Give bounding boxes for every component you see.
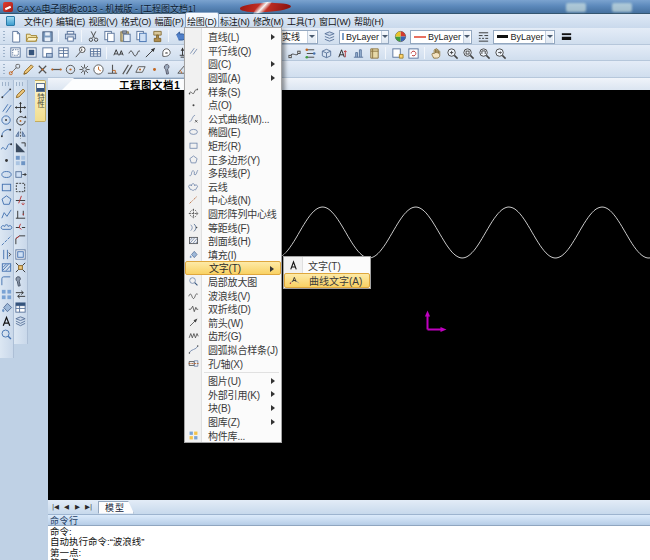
- mod-trim-button[interactable]: [14, 194, 27, 207]
- wave-tool-button[interactable]: [126, 45, 142, 60]
- close-button[interactable]: [612, 3, 632, 12]
- snap-flower-button[interactable]: [77, 62, 91, 77]
- zoom-window-button[interactable]: [460, 46, 476, 61]
- menu-item[interactable]: 双折线(D): [185, 302, 281, 316]
- menu-item[interactable]: 直线(L): [185, 30, 281, 44]
- menu-item[interactable]: 箭头(W): [185, 315, 281, 329]
- new-file-button[interactable]: [7, 29, 23, 44]
- menu-item[interactable]: 构件库...: [185, 428, 281, 442]
- draw-spline-button[interactable]: [0, 141, 13, 154]
- draw-arc-button[interactable]: [0, 127, 13, 140]
- draw-parallel-button[interactable]: [0, 100, 13, 113]
- command-line-history[interactable]: 命令:自动执行命令:“波浪线”第一点:第二点:: [48, 526, 650, 560]
- mod-explode-button[interactable]: [14, 261, 27, 274]
- mod-swap-button[interactable]: [14, 288, 27, 301]
- menu-item[interactable]: 云线: [185, 180, 281, 194]
- menu-item[interactable]: 样条(S): [185, 84, 281, 98]
- sheet-setup-button[interactable]: [7, 45, 23, 60]
- menu-item[interactable]: 圆(C): [185, 57, 281, 71]
- menu-item[interactable]: 填充(I): [185, 248, 281, 262]
- color-dropdown-arrow[interactable]: [381, 31, 388, 43]
- prev-sheet-button[interactable]: ◀: [61, 502, 72, 513]
- model-sheet-tab[interactable]: 模型: [98, 501, 134, 514]
- draw-fill-button[interactable]: [0, 301, 13, 314]
- drawing-canvas[interactable]: [48, 90, 650, 500]
- linetype-manager-button[interactable]: [475, 29, 491, 44]
- menu-item[interactable]: 圆弧(A): [185, 71, 281, 85]
- menu-item[interactable]: 孔/轴(X): [185, 356, 281, 370]
- draw-polygon-button[interactable]: [0, 194, 13, 207]
- menu-item[interactable]: 点(O): [185, 98, 281, 112]
- paste-special-button[interactable]: [133, 29, 149, 44]
- menu-item[interactable]: 图库(Z): [185, 415, 281, 429]
- linestyle-dropdown-arrow[interactable]: [307, 31, 316, 43]
- draw-offset-button[interactable]: [0, 248, 13, 261]
- snap-plane-button[interactable]: [133, 62, 147, 77]
- menu-item[interactable]: 齿形(G): [185, 329, 281, 343]
- draw-polyline-button[interactable]: [0, 208, 13, 221]
- menu-item[interactable]: 正多边形(Y): [185, 152, 281, 166]
- copy-button[interactable]: [101, 29, 117, 44]
- level-tool-button[interactable]: [350, 46, 366, 61]
- menu-item[interactable]: 剖面线(H): [185, 234, 281, 248]
- serial-number-button[interactable]: [71, 45, 87, 60]
- toolbar-grip[interactable]: [16, 82, 25, 86]
- submenu-item[interactable]: 文字(T): [284, 258, 370, 273]
- snap-parallel-button[interactable]: [119, 62, 133, 77]
- leader-arrow-button[interactable]: [142, 45, 158, 60]
- draw-point-button[interactable]: [0, 154, 13, 167]
- color-combo[interactable]: ByLayer: [339, 30, 389, 44]
- menu-item[interactable]: 多段线(P): [185, 166, 281, 180]
- snap-link-button[interactable]: [7, 62, 21, 77]
- cut-button[interactable]: [85, 29, 101, 44]
- submenu-item[interactable]: 曲线文字(A): [284, 273, 370, 288]
- mod-box-button[interactable]: [14, 181, 27, 194]
- mod-array-button[interactable]: [14, 154, 27, 167]
- pan-hand-button[interactable]: [428, 46, 444, 61]
- menu-item[interactable]: 外部引用(K): [185, 387, 281, 401]
- linewidth-combo[interactable]: ByLayer: [493, 30, 555, 44]
- mod-chamfer-button[interactable]: [14, 234, 27, 247]
- draw-rectangle-button[interactable]: [0, 181, 13, 194]
- draw-hatch-button[interactable]: [0, 261, 13, 274]
- snap-cross-button[interactable]: [35, 62, 49, 77]
- snap-pen-button[interactable]: [21, 62, 35, 77]
- menu-item[interactable]: 公式曲线(M)...: [185, 112, 281, 126]
- paste-button[interactable]: [117, 29, 133, 44]
- block-3d-button[interactable]: [318, 46, 334, 61]
- save-button[interactable]: [39, 29, 55, 44]
- mod-pencil-button[interactable]: [14, 87, 27, 100]
- snap-perpendicular-button[interactable]: [105, 62, 119, 77]
- node-edit-button[interactable]: [286, 46, 302, 61]
- mod-props-button[interactable]: [14, 301, 27, 314]
- zoom-in-button[interactable]: [444, 46, 460, 61]
- menu-item[interactable]: 圆弧拟合样条(J): [185, 343, 281, 357]
- draw-detail-button[interactable]: [0, 328, 13, 341]
- param-table-button[interactable]: [55, 45, 71, 60]
- text-annotation-button[interactable]: [110, 45, 126, 60]
- line-width-button[interactable]: [558, 29, 574, 44]
- draw-grid-button[interactable]: [0, 288, 13, 301]
- command-line-header[interactable]: 命令行: [48, 514, 650, 526]
- draw-text-button[interactable]: [0, 315, 13, 328]
- minimize-button[interactable]: [566, 3, 586, 12]
- mod-move-button[interactable]: [14, 100, 27, 113]
- menu-item[interactable]: 局部放大图: [185, 275, 281, 289]
- snap-line-button[interactable]: [49, 62, 63, 77]
- mod-scale-button[interactable]: [14, 141, 27, 154]
- refresh-view-button[interactable]: [405, 46, 421, 61]
- mod-extend-button[interactable]: [14, 208, 27, 221]
- style-manager-button[interactable]: [302, 46, 318, 61]
- bom-table-button[interactable]: [87, 45, 103, 60]
- mod-mirror-button[interactable]: [14, 127, 27, 140]
- menu-item[interactable]: 矩形(R): [185, 139, 281, 153]
- open-folder-button[interactable]: [23, 29, 39, 44]
- menu-item[interactable]: 中心线(N): [185, 193, 281, 207]
- text-style-button[interactable]: [334, 46, 350, 61]
- mod-stretch-button[interactable]: [14, 167, 27, 180]
- print-button[interactable]: [62, 29, 78, 44]
- snap-clock-button[interactable]: [91, 62, 105, 77]
- mod-window-button[interactable]: [14, 248, 27, 261]
- format-painter-button[interactable]: [149, 29, 165, 44]
- first-sheet-button[interactable]: |◀: [50, 502, 61, 513]
